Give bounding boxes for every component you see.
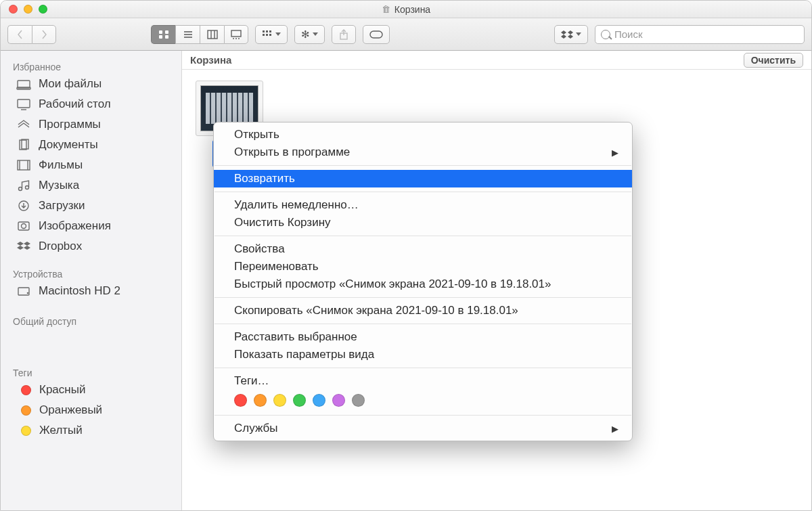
arrange-button-group [255,25,288,44]
sidebar-item[interactable]: Фильмы [1,155,181,175]
svg-rect-32 [22,139,28,149]
sidebar-item[interactable]: Dropbox [1,236,181,257]
context-menu-item-label: Очистить Корзину [234,216,331,229]
arrange-button[interactable] [255,25,288,44]
forward-button[interactable] [32,25,56,44]
context-menu-item[interactable]: Переименовать [214,258,632,275]
hdd-icon [16,284,32,298]
chevron-down-icon [275,32,281,36]
all-files-icon [16,77,32,91]
context-menu-item-label: Службы [234,422,277,435]
svg-rect-18 [266,34,268,36]
tags-button[interactable] [363,25,390,44]
sidebar-devices-header: Устройства [1,263,181,281]
context-menu-item-label: Скопировать «Снимок экрана 2021-09-10 в … [234,304,518,317]
context-menu-tag-dot[interactable] [293,394,306,407]
context-menu-item[interactable]: Показать параметры вида [214,346,632,363]
share-icon [339,29,348,40]
sidebar-tag-item[interactable]: Желтый [1,420,181,441]
back-button[interactable] [7,25,32,44]
sidebar-item-label: Мои файлы [39,77,102,91]
sidebar-item-label: Загрузки [39,199,85,213]
context-menu-item-label: Расставить выбранное [234,330,357,344]
dropbox-icon [16,240,32,253]
context-menu-separator [215,165,631,166]
list-icon [183,30,194,39]
sidebar-item[interactable]: Программы [1,114,181,135]
context-menu-item[interactable]: Службы▶ [214,420,632,437]
context-menu-item-label: Удалить немедленно… [234,198,359,212]
context-menu-item-label: Переименовать [234,260,319,273]
column-view-button[interactable] [200,25,224,44]
svg-rect-15 [266,30,268,32]
nav-buttons [7,25,56,44]
empty-trash-button[interactable]: Очистить [744,53,803,68]
sidebar-item-label: Документы [39,138,98,152]
context-menu-item[interactable]: Очистить Корзину [214,214,632,231]
svg-point-37 [26,186,29,190]
context-menu-item[interactable]: Быстрый просмотр «Снимок экрана 2021-09-… [214,275,632,293]
sidebar-item[interactable]: Мои файлы [1,74,181,94]
search-input[interactable] [614,28,798,40]
context-menu-item[interactable]: Открыть [214,126,632,143]
sidebar-item[interactable]: Рабочий стол [1,94,181,114]
context-menu-item[interactable]: Скопировать «Снимок экрана 2021-09-10 в … [214,302,632,319]
context-menu-item-label: Возвратить [234,172,295,185]
context-menu-item[interactable]: Возвратить [214,170,632,187]
context-menu-item[interactable]: Удалить немедленно… [214,196,632,214]
context-menu-item[interactable]: Теги… [214,372,632,390]
minimize-window-button[interactable] [24,5,32,14]
svg-rect-19 [269,34,271,36]
close-window-button[interactable] [9,5,18,14]
context-menu-tag-dot[interactable] [352,394,365,407]
sidebar-item[interactable]: Документы [1,135,181,155]
context-menu-tag-dot[interactable] [234,394,247,407]
context-menu-tag-dot[interactable] [332,394,345,407]
sidebar-item[interactable]: Музыка [1,175,181,196]
downloads-icon [16,199,32,213]
svg-marker-25 [561,35,566,39]
action-button-group: ✻ [294,25,325,44]
list-view-button[interactable] [175,25,200,44]
search-icon [601,30,610,39]
share-button[interactable] [332,25,356,44]
sidebar-item[interactable]: Загрузки [1,196,181,216]
context-menu-tag-dot[interactable] [313,394,325,407]
svg-rect-22 [370,31,382,38]
context-menu-separator [215,415,631,416]
sidebar-item[interactable]: Macintosh HD 2 [1,281,181,301]
arrange-icon [262,30,273,39]
context-menu: ОткрытьОткрыть в программе▶ВозвратитьУда… [213,122,633,441]
context-menu-tags-row [214,390,632,411]
sidebar-item-label: Рабочий стол [39,97,111,111]
maximize-window-button[interactable] [39,5,47,14]
tag-dot-icon [21,385,31,395]
action-button[interactable]: ✻ [294,25,325,44]
dropbox-button-group [554,25,588,44]
columns-icon [207,30,218,39]
context-menu-item[interactable]: Расставить выбранное [214,328,632,346]
svg-rect-17 [263,34,265,36]
context-menu-tag-dot[interactable] [273,394,286,407]
svg-rect-16 [269,30,271,32]
context-menu-item-label: Свойства [234,242,285,256]
context-menu-item[interactable]: Свойства [214,240,632,258]
svg-marker-23 [561,30,566,35]
search-field[interactable] [595,25,805,44]
sidebar-tag-item[interactable]: Оранжевый [1,400,181,420]
context-menu-tag-dot[interactable] [254,394,267,407]
svg-rect-2 [159,35,162,39]
svg-marker-42 [24,242,30,246]
sidebar-item-label: Macintosh HD 2 [39,284,120,298]
sidebar-item[interactable]: Изображения [1,216,181,236]
svg-rect-1 [165,30,168,34]
context-menu-separator [215,192,631,192]
context-menu-item[interactable]: Открыть в программе▶ [214,143,632,161]
icon-view-button[interactable] [151,25,175,44]
sidebar-item-label: Музыка [39,179,79,192]
sidebar: Избранное Мои файлыРабочий столПрограммы… [1,51,182,510]
sidebar-tag-item[interactable]: Красный [1,380,181,400]
dropbox-toolbar-button[interactable] [554,25,588,44]
grid-icon [158,30,169,39]
gallery-view-button[interactable] [224,25,248,44]
